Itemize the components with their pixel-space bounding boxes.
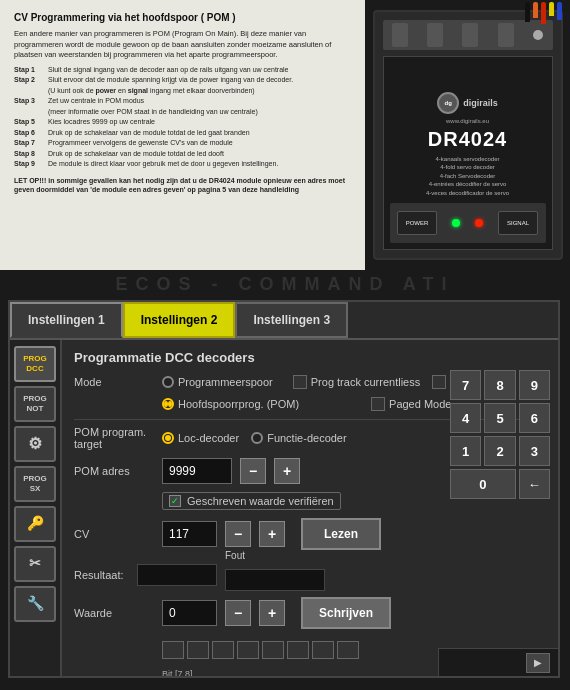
bit-box-1[interactable] [162, 641, 184, 659]
tab-instellingen-1[interactable]: Instellingen 1 [10, 302, 123, 338]
bit-box-3[interactable] [212, 641, 234, 659]
bit-box-8[interactable] [337, 641, 359, 659]
device-connectors [383, 20, 553, 50]
pom-adres-plus[interactable]: + [274, 458, 300, 484]
device-labels: 4-kanaals servodecoder 4-fold servo deco… [426, 155, 509, 197]
pom-adres-input[interactable] [162, 458, 232, 484]
resultaat-input[interactable] [137, 564, 217, 586]
paged-mode-checkbox: Paged Mode [371, 397, 451, 411]
step-note: (meer informatie over POM staat in de ha… [14, 107, 351, 118]
prog-track-label: Prog track currentliess [311, 376, 420, 388]
sidebar-btn-key-icon[interactable]: 🔑 [14, 506, 56, 542]
fout-input[interactable] [225, 569, 325, 591]
bit-box-6[interactable] [287, 641, 309, 659]
bottom-bar: ▶ [438, 648, 558, 676]
pom-target-label: POM program. target [74, 426, 154, 450]
radio-functie-decoder[interactable] [251, 432, 263, 444]
sidebar-btn-prog-sx[interactable]: PROGSX [14, 466, 56, 502]
sidebar-btn-prog-dcc[interactable]: PROGDCC [14, 346, 56, 382]
numpad-8[interactable]: 8 [484, 370, 515, 400]
step-9: Stap 9De module is direct klaar voor geb… [14, 159, 351, 170]
numpad-9[interactable]: 9 [519, 370, 550, 400]
xl-cb[interactable] [432, 375, 446, 389]
radio-programmeerspoor[interactable] [162, 376, 174, 388]
cv-plus[interactable]: + [259, 521, 285, 547]
pom-adres-minus[interactable]: − [240, 458, 266, 484]
document-title: CV Programmering via het hoofdspoor ( PO… [14, 12, 351, 23]
cv-row: CV − + Lezen [74, 518, 546, 550]
verify-checkbox[interactable]: ✓ [169, 495, 181, 507]
sidebar-btn-icon-1[interactable]: ⚙ [14, 426, 56, 462]
radio-hoofdspoor[interactable] [162, 398, 174, 410]
steps-list: Stap 1Sluit de signal ingang van de deco… [14, 65, 351, 170]
numpad-3[interactable]: 3 [519, 436, 550, 466]
waarde-minus[interactable]: − [225, 600, 251, 626]
bit-box-7[interactable] [312, 641, 334, 659]
prog-track-checkbox: Prog track currentliess [293, 375, 420, 389]
top-section: CV Programmering via het hoofdspoor ( PO… [0, 0, 570, 270]
radio-loc-decoder[interactable] [162, 432, 174, 444]
verify-checkbox-item[interactable]: ✓ Geschreven waarde verifiëren [162, 492, 341, 510]
step-1: Stap 1Sluit de signal ingang van de deco… [14, 65, 351, 76]
fout-label: Fout [225, 550, 245, 561]
mode-options-2: Hoofdspoorrprog. (POM) Paged Mode [162, 397, 451, 411]
numpad-7[interactable]: 7 [450, 370, 481, 400]
bit-box-4[interactable] [237, 641, 259, 659]
mode-hoofdspoor[interactable]: Hoofdspoorrprog. (POM) [162, 398, 299, 410]
mode-label: Mode [74, 376, 154, 388]
brand-logo: dg digirails [437, 92, 498, 114]
device-image: dg digirails www.digirails.eu DR4024 4-k… [373, 10, 563, 260]
target-loc-decoder[interactable]: Loc-decoder [162, 432, 239, 444]
bit-boxes [162, 641, 359, 659]
waarde-input[interactable] [162, 600, 217, 626]
mode-programmeerspoor[interactable]: Programmeerspoor [162, 376, 273, 388]
numpad-6[interactable]: 6 [519, 403, 550, 433]
sidebar-btn-prog-not[interactable]: PROGNOT [14, 386, 56, 422]
connector-3 [462, 23, 478, 47]
led-red [475, 219, 483, 227]
schrijven-button[interactable]: Schrijven [301, 597, 391, 629]
paged-mode-cb[interactable] [371, 397, 385, 411]
waarde-row: Waarde − + Schrijven [74, 597, 546, 629]
numpad-2[interactable]: 2 [484, 436, 515, 466]
bit-box-2[interactable] [187, 641, 209, 659]
document-panel: CV Programmering via het hoofdspoor ( PO… [0, 0, 365, 270]
overlay-text: ECOS - COMMAND ATI [0, 270, 570, 295]
fout-group: Fout [225, 558, 325, 591]
prog-track-cb[interactable] [293, 375, 307, 389]
numpad-5[interactable]: 5 [484, 403, 515, 433]
sidebar: PROGDCC PROGNOT ⚙ PROGSX 🔑 ✂ 🔧 [10, 340, 62, 676]
device-photo: dg digirails www.digirails.eu DR4024 4-k… [365, 0, 570, 270]
numpad-backspace[interactable]: ← [519, 469, 550, 499]
step-8: Stap 8Druk op de schakelaar van de modul… [14, 149, 351, 160]
pom-adres-label: POM adres [74, 465, 154, 477]
step-2: Stap 2Sluit ervoor dat de module spannin… [14, 75, 351, 96]
bottom-bar-btn[interactable]: ▶ [526, 653, 550, 673]
software-section: ECOS - COMMAND ATI Instellingen 1 Instel… [0, 270, 570, 690]
lezen-button[interactable]: Lezen [301, 518, 381, 550]
led-indicator [533, 30, 543, 40]
tab-instellingen-2[interactable]: Instellingen 2 [123, 302, 236, 338]
tab-instellingen-3[interactable]: Instellingen 3 [235, 302, 348, 338]
signal-label: SIGNAL [498, 211, 538, 235]
numpad-4[interactable]: 4 [450, 403, 481, 433]
step-3: Stap 3Zet uw centrale in POM modus [14, 96, 351, 107]
ui-panel: Instellingen 1 Instellingen 2 Instelling… [8, 300, 560, 678]
target-loc-label: Loc-decoder [178, 432, 239, 444]
cv-input[interactable] [162, 521, 217, 547]
sidebar-btn-scissors-icon[interactable]: ✂ [14, 546, 56, 582]
waarde-plus[interactable]: + [259, 600, 285, 626]
pom-targets: Loc-decoder Functie-decoder [162, 432, 347, 444]
device-model: DR4024 [428, 128, 507, 151]
cv-label: CV [74, 528, 154, 540]
bit-box-5[interactable] [262, 641, 284, 659]
numpad-0[interactable]: 0 [450, 469, 516, 499]
step-6: Stap 6Druk op de schakelaar van de modul… [14, 128, 351, 139]
brand-name: digirails [463, 98, 498, 108]
numpad-1[interactable]: 1 [450, 436, 481, 466]
document-intro: Een andere manier van programmeren is PO… [14, 29, 351, 61]
target-functie-decoder[interactable]: Functie-decoder [251, 432, 347, 444]
sidebar-btn-wrench-icon[interactable]: 🔧 [14, 586, 56, 622]
connector-1 [392, 23, 408, 47]
cv-minus[interactable]: − [225, 521, 251, 547]
